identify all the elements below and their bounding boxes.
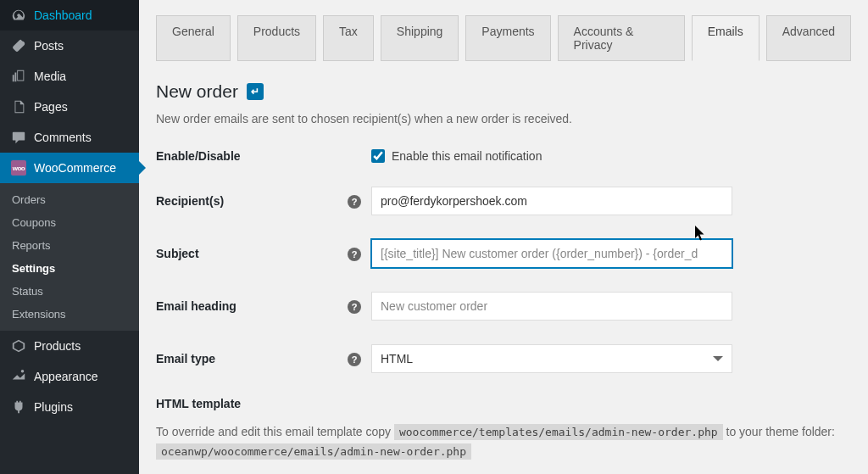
sidebar-item-media[interactable]: Media bbox=[0, 61, 139, 92]
help-icon[interactable]: ? bbox=[348, 353, 361, 366]
admin-sidebar: Dashboard Posts Media Pages Comments woo… bbox=[0, 0, 139, 474]
sidebar-item-posts[interactable]: Posts bbox=[0, 31, 139, 61]
tab-accounts-privacy[interactable]: Accounts & Privacy bbox=[558, 15, 685, 61]
submenu-item-extensions[interactable]: Extensions bbox=[0, 303, 139, 326]
pin-icon bbox=[10, 37, 27, 54]
tab-general[interactable]: General bbox=[156, 15, 231, 61]
help-icon[interactable]: ? bbox=[348, 195, 361, 209]
submenu-item-orders[interactable]: Orders bbox=[0, 188, 139, 211]
email-type-select[interactable]: HTML bbox=[371, 344, 732, 373]
sidebar-item-comments[interactable]: Comments bbox=[0, 122, 139, 153]
sidebar-item-label: Posts bbox=[34, 39, 64, 53]
sidebar-item-label: Plugins bbox=[34, 400, 73, 414]
row-recipient: Recipient(s) ? bbox=[156, 187, 851, 215]
template-section: HTML template To override and edit this … bbox=[156, 397, 851, 461]
submenu-item-settings[interactable]: Settings bbox=[0, 257, 139, 280]
tab-advanced[interactable]: Advanced bbox=[766, 15, 851, 61]
submenu-item-coupons[interactable]: Coupons bbox=[0, 211, 139, 234]
sidebar-item-appearance[interactable]: Appearance bbox=[0, 361, 139, 392]
row-enable: Enable/Disable Enable this email notific… bbox=[156, 149, 851, 163]
subject-input[interactable] bbox=[371, 239, 732, 268]
sidebar-item-products[interactable]: Products bbox=[0, 331, 139, 361]
tab-tax[interactable]: Tax bbox=[323, 15, 374, 61]
page-description: New order emails are sent to chosen reci… bbox=[156, 112, 851, 125]
help-icon[interactable]: ? bbox=[348, 300, 361, 314]
products-icon bbox=[10, 337, 27, 354]
tab-shipping[interactable]: Shipping bbox=[381, 15, 459, 61]
enable-checkbox[interactable] bbox=[371, 149, 385, 163]
template-title: HTML template bbox=[156, 397, 851, 410]
label-recipient: Recipient(s) bbox=[156, 194, 348, 208]
recipient-input[interactable] bbox=[371, 187, 732, 215]
media-icon bbox=[10, 68, 27, 85]
woocommerce-submenu: Orders Coupons Reports Settings Status E… bbox=[0, 183, 139, 331]
sidebar-item-label: Comments bbox=[34, 131, 92, 144]
submenu-item-reports[interactable]: Reports bbox=[0, 234, 139, 257]
row-heading: Email heading ? bbox=[156, 292, 851, 321]
plugins-icon bbox=[10, 399, 27, 415]
sidebar-item-label: Dashboard bbox=[34, 8, 92, 22]
help-icon[interactable]: ? bbox=[348, 248, 361, 261]
enable-checkbox-label: Enable this email notification bbox=[392, 149, 542, 163]
tab-emails[interactable]: Emails bbox=[692, 15, 760, 61]
template-text: To override and edit this email template… bbox=[156, 422, 851, 461]
pages-icon bbox=[10, 98, 27, 115]
label-subject: Subject bbox=[156, 247, 348, 260]
settings-tabs: General Products Tax Shipping Payments A… bbox=[156, 15, 851, 61]
sidebar-item-label: Pages bbox=[34, 100, 68, 114]
dashboard-icon bbox=[10, 7, 27, 24]
label-heading: Email heading bbox=[156, 299, 348, 313]
enable-checkbox-wrapper[interactable]: Enable this email notification bbox=[371, 149, 732, 163]
page-title-text: New order bbox=[156, 81, 238, 102]
sidebar-item-plugins[interactable]: Plugins bbox=[0, 392, 139, 422]
tab-payments[interactable]: Payments bbox=[465, 15, 550, 61]
label-email-type: Email type bbox=[156, 352, 348, 365]
sidebar-item-label: Appearance bbox=[34, 370, 98, 383]
sidebar-item-pages[interactable]: Pages bbox=[0, 92, 139, 122]
comments-icon bbox=[10, 129, 27, 146]
row-subject: Subject ? bbox=[156, 239, 851, 268]
tab-products[interactable]: Products bbox=[237, 15, 316, 61]
template-path-source: woocommerce/templates/emails/admin-new-o… bbox=[394, 424, 723, 440]
woocommerce-icon: woo bbox=[10, 159, 27, 176]
page-title: New order ↵ bbox=[156, 81, 851, 102]
label-enable: Enable/Disable bbox=[156, 149, 348, 163]
template-path-dest: oceanwp/woocommerce/emails/admin-new-ord… bbox=[156, 443, 471, 460]
appearance-icon bbox=[10, 368, 27, 385]
sidebar-item-label: WooCommerce bbox=[34, 161, 116, 175]
sidebar-item-woocommerce[interactable]: woo WooCommerce bbox=[0, 153, 139, 183]
row-email-type: Email type ? HTML bbox=[156, 344, 851, 373]
sidebar-item-dashboard[interactable]: Dashboard bbox=[0, 0, 139, 31]
back-button[interactable]: ↵ bbox=[247, 83, 264, 100]
main-content: General Products Tax Shipping Payments A… bbox=[139, 0, 868, 474]
sidebar-item-label: Products bbox=[34, 339, 81, 353]
heading-input[interactable] bbox=[371, 292, 732, 321]
submenu-item-status[interactable]: Status bbox=[0, 280, 139, 303]
sidebar-item-label: Media bbox=[34, 70, 66, 83]
